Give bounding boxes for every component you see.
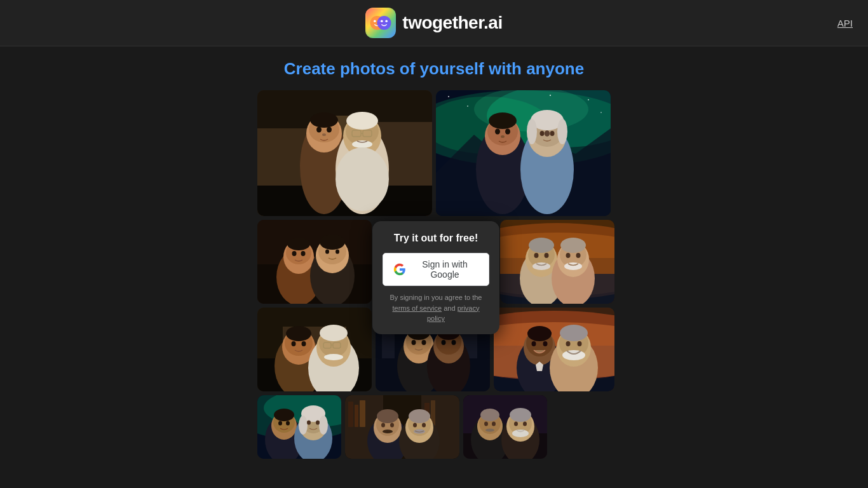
svg-rect-166 [348, 402, 353, 427]
svg-point-54 [545, 131, 550, 137]
svg-point-126 [452, 340, 456, 345]
google-signin-label: Sign in with Google [411, 259, 478, 280]
logo-icon [365, 8, 396, 38]
grid-row-1 [257, 90, 611, 216]
svg-point-151 [274, 409, 294, 421]
photo-cell-3 [257, 220, 372, 304]
logo-area: twogether.ai [365, 8, 502, 38]
svg-point-36 [588, 99, 589, 100]
photo-cell-10 [463, 395, 547, 459]
svg-point-63 [292, 251, 297, 256]
svg-rect-112 [382, 333, 395, 358]
svg-point-69 [325, 250, 329, 254]
svg-point-192 [492, 422, 496, 426]
svg-point-68 [320, 234, 345, 250]
svg-point-2 [374, 20, 376, 22]
svg-point-159 [319, 416, 328, 435]
photo-cell-8 [257, 395, 341, 459]
svg-point-176 [390, 423, 394, 428]
svg-point-106 [324, 354, 343, 360]
svg-point-190 [480, 409, 499, 421]
svg-point-28 [336, 147, 389, 211]
svg-point-46 [501, 135, 505, 138]
svg-point-134 [527, 326, 552, 341]
svg-point-175 [381, 423, 385, 428]
svg-point-141 [560, 325, 588, 341]
svg-rect-168 [360, 400, 365, 427]
svg-point-80 [534, 253, 539, 258]
svg-point-81 [545, 253, 549, 258]
svg-point-98 [302, 341, 306, 346]
tos-link[interactable]: terms of service [393, 304, 442, 312]
svg-point-120 [422, 340, 426, 345]
logo-text: twogether.ai [402, 13, 502, 33]
photo-cell-9 [345, 395, 459, 459]
main-content: Create photos of yourself with anyone [0, 46, 868, 471]
svg-point-55 [540, 131, 545, 136]
signin-popup: Try it out for free! Sign in with Google… [372, 221, 499, 334]
svg-point-56 [550, 131, 555, 136]
svg-point-193 [485, 429, 494, 432]
svg-point-142 [566, 341, 571, 346]
svg-point-88 [576, 253, 581, 258]
tos-text: By signing in you agree to the terms of … [383, 292, 489, 324]
svg-point-152 [278, 421, 282, 426]
popup-title: Try it out for free! [394, 233, 478, 244]
photo-cell-1 [257, 90, 432, 216]
svg-point-17 [316, 127, 322, 133]
grid-row-4 [257, 395, 611, 459]
tos-prefix: By signing in you agree to the [390, 294, 482, 301]
svg-point-35 [467, 105, 468, 107]
svg-point-52 [557, 119, 567, 144]
svg-point-97 [292, 341, 296, 346]
headline: Create photos of yourself with anyone [284, 59, 584, 79]
google-signin-button[interactable]: Sign in with Google [383, 253, 489, 286]
api-link[interactable]: API [837, 18, 853, 29]
svg-point-119 [412, 340, 416, 345]
svg-point-158 [299, 416, 308, 435]
svg-point-174 [377, 409, 398, 423]
svg-point-183 [422, 423, 426, 428]
svg-rect-167 [355, 405, 358, 427]
photo-cell-5 [257, 308, 372, 391]
svg-point-23 [346, 112, 378, 130]
svg-point-102 [320, 325, 348, 341]
google-icon [393, 263, 406, 276]
svg-point-79 [529, 238, 554, 253]
svg-point-198 [514, 422, 518, 426]
svg-point-43 [489, 112, 517, 129]
svg-point-199 [523, 422, 527, 426]
svg-point-19 [322, 133, 326, 136]
svg-point-27 [352, 140, 372, 148]
svg-point-16 [310, 112, 338, 128]
svg-point-44 [495, 129, 500, 135]
photo-cell-2 [436, 90, 611, 216]
svg-point-34 [448, 96, 449, 97]
svg-point-62 [287, 238, 310, 250]
svg-point-143 [578, 341, 582, 346]
svg-point-125 [442, 340, 446, 345]
svg-point-136 [543, 341, 548, 346]
photo-grid-section: Try it out for free! Sign in with Google… [257, 90, 611, 459]
svg-point-96 [286, 326, 311, 341]
svg-point-160 [307, 421, 311, 425]
svg-point-89 [564, 262, 582, 270]
svg-point-4 [377, 16, 391, 30]
svg-point-191 [484, 422, 488, 426]
svg-point-45 [505, 129, 510, 135]
svg-point-161 [316, 421, 320, 425]
svg-point-5 [381, 20, 383, 22]
svg-point-6 [386, 20, 388, 22]
svg-point-182 [413, 423, 417, 428]
svg-point-18 [327, 127, 332, 133]
photo-cell-7 [494, 308, 614, 391]
svg-point-51 [527, 119, 537, 144]
svg-point-181 [409, 409, 430, 423]
svg-point-153 [286, 421, 290, 426]
photo-cell-4 [500, 220, 614, 304]
svg-point-38 [550, 95, 551, 96]
svg-point-87 [566, 253, 571, 258]
header: twogether.ai API [0, 0, 868, 46]
svg-point-70 [336, 250, 339, 254]
svg-point-37 [600, 112, 602, 113]
